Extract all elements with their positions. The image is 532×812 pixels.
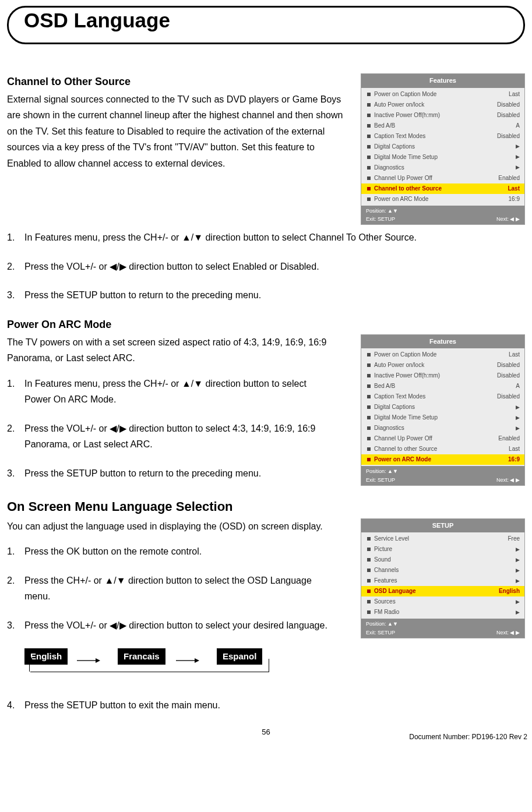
- bullet-icon: [367, 416, 371, 419]
- osd-row: Channel Up Power OffEnabled: [361, 173, 524, 183]
- osd-row: FM Radio▶: [361, 607, 524, 617]
- bullet-icon: [367, 156, 371, 159]
- osd-row-label: Power on Caption Mode: [374, 350, 509, 359]
- osd-footer: Position: ▲▼Exit: SETUPNext: ◀ ▶: [361, 206, 524, 225]
- bullet-icon: [367, 145, 371, 149]
- osd-row-value: Disabled: [497, 111, 520, 120]
- document-number: Document Number: PD196-120 Rev 2: [409, 732, 527, 743]
- osd-row-value: Disabled: [497, 132, 520, 141]
- osd-row-label: Bed A/B: [374, 121, 516, 130]
- return-line: [30, 672, 269, 672]
- osd-row: Digital Captions▶: [361, 142, 524, 152]
- osd-row: Auto Power on/lockDisabled: [361, 360, 524, 370]
- osd-row: Service LevelFree: [361, 534, 524, 544]
- osd-row-value: Last: [509, 90, 520, 99]
- para-channel-to-other-source: External signal sources connected to the…: [7, 91, 345, 172]
- osd-row-value: ▶: [516, 163, 520, 171]
- osd-row-label: Diagnostics: [374, 163, 516, 172]
- bullet-icon: [367, 353, 371, 356]
- osd-row: Power on Caption ModeLast: [361, 89, 524, 100]
- step: Press the OK button on the remote contro…: [7, 543, 525, 560]
- osd-row-label: Power on Caption Mode: [374, 90, 509, 99]
- steps-osd-language-selection: Press the OK button on the remote contro…: [7, 543, 525, 633]
- osd-header: Features: [361, 335, 524, 349]
- step: Press the SETUP button to return to the …: [7, 287, 525, 303]
- osd-row-label: Service Level: [374, 534, 508, 543]
- osd-row-value: ▶: [516, 608, 520, 616]
- step: Press the SETUP button to exit the main …: [7, 697, 525, 714]
- bullet-icon: [367, 176, 371, 180]
- osd-row-value: Last: [509, 350, 520, 359]
- bullet-icon: [367, 93, 371, 96]
- bullet-icon: [367, 569, 371, 572]
- osd-row-label: Auto Power on/lock: [374, 361, 497, 370]
- bullet-icon: [367, 458, 371, 461]
- svg-marker-3: [195, 658, 199, 663]
- osd-features-1: FeaturesPower on Caption ModeLastAuto Po…: [361, 73, 525, 225]
- step: Press the CH+/- or ▲/▼ direction button …: [7, 573, 525, 605]
- osd-body: Power on Caption ModeLastAuto Power on/l…: [361, 88, 524, 206]
- osd-row: Diagnostics▶: [361, 163, 524, 173]
- osd-row-label: Channel Up Power Off: [374, 174, 498, 183]
- para-power-on-arc-mode: The TV powers on with a set screen sized…: [7, 334, 345, 366]
- bullet-icon: [367, 135, 371, 138]
- osd-row-label: Auto Power on/lock: [374, 100, 497, 110]
- steps-power-on-arc-mode: In Features menu, press the CH+/- or ▲/▼…: [7, 376, 525, 482]
- osd-row-value: 16:9: [509, 195, 520, 204]
- section-osd-language-selection: On Screen Menu Language Selection SETUPS…: [7, 496, 525, 713]
- osd-footer-exit: Exit: SETUP: [366, 215, 395, 223]
- bullet-icon: [367, 610, 371, 614]
- step: Press the VOL+/- or ◀/▶ direction button…: [7, 421, 525, 453]
- osd-row-label: Digital Captions: [374, 142, 516, 151]
- osd-row-label: Power on ARC Mode: [374, 455, 508, 464]
- bullet-icon: [367, 537, 371, 541]
- arrow-icon: [77, 654, 100, 669]
- step: Press the SETUP button to return to the …: [7, 465, 525, 482]
- osd-row: Channel to other SourceLast: [361, 183, 524, 194]
- section-channel-to-other-source: FeaturesPower on Caption ModeLastAuto Po…: [7, 73, 525, 303]
- bullet-icon: [367, 103, 371, 107]
- bullet-icon: [367, 166, 371, 170]
- osd-footer-position: Position: ▲▼: [366, 207, 520, 215]
- osd-row: Auto Power on/lockDisabled: [361, 100, 524, 110]
- osd-row-value: Disabled: [497, 100, 520, 110]
- osd-row-value: ▶: [516, 153, 520, 161]
- step: Press the VOL+/- or ◀/▶ direction button…: [7, 617, 525, 634]
- arrow-icon: [176, 654, 199, 669]
- osd-row: Digital Mode Time Setup▶: [361, 152, 524, 163]
- osd-row-label: Caption Text Modes: [374, 132, 497, 141]
- bullet-icon: [367, 114, 371, 117]
- osd-row-value: ▶: [516, 142, 520, 150]
- osd-row: Power on Caption ModeLast: [361, 349, 524, 360]
- osd-row-value: Disabled: [497, 361, 520, 370]
- bullet-icon: [367, 124, 371, 128]
- step: Press the VOL+/- or ◀/▶ direction button…: [7, 259, 525, 275]
- steps-channel-to-other-source: In Features menu, press the CH+/- or ▲/▼…: [7, 230, 525, 303]
- lang-espanol: Espanol: [217, 648, 262, 665]
- osd-row-value: Last: [508, 184, 520, 193]
- para-osd-language-selection: You can adjust the language used in disp…: [7, 518, 345, 535]
- svg-marker-4: [27, 656, 34, 663]
- osd-header: SETUP: [361, 519, 524, 533]
- heading-osd-language-selection: On Screen Menu Language Selection: [7, 496, 525, 517]
- steps-osd-language-selection-cont: Press the SETUP button to exit the main …: [7, 697, 525, 714]
- osd-row: Caption Text ModesDisabled: [361, 131, 524, 142]
- lang-francais: Francais: [118, 648, 165, 665]
- arrow-up-icon: [27, 654, 35, 669]
- page-title: OSD Language: [20, 9, 174, 31]
- osd-row: Bed A/BA: [361, 121, 524, 131]
- osd-row-label: FM Radio: [374, 608, 516, 617]
- svg-marker-1: [96, 658, 100, 663]
- language-cycle-diagram: English Francais Espanol: [24, 648, 281, 683]
- osd-features-2: FeaturesPower on Caption ModeLastAuto Po…: [361, 334, 525, 486]
- osd-row: Power on ARC Mode16:9: [361, 454, 524, 465]
- page-title-box: OSD Language: [7, 6, 525, 44]
- heading-power-on-arc-mode: Power On ARC Mode: [7, 316, 525, 333]
- osd-row-label: Inactive Power Off(h:mm): [374, 111, 497, 120]
- osd-row-value: A: [516, 121, 520, 130]
- osd-row: Power on ARC Mode16:9: [361, 194, 524, 204]
- bullet-icon: [367, 197, 371, 201]
- step: In Features menu, press the CH+/- or ▲/▼…: [7, 230, 525, 246]
- osd-row-value: Free: [508, 534, 520, 543]
- osd-row-label: Channel to other Source: [374, 184, 508, 193]
